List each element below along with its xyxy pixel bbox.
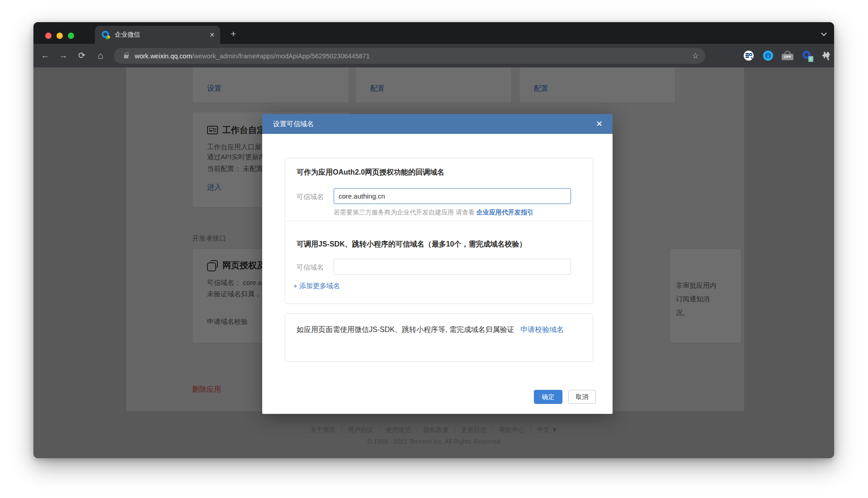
dialog-close-icon[interactable]: ✕ <box>596 119 603 129</box>
extension-off-icon[interactable]: OFF <box>783 51 793 61</box>
third-party-help: 若需要第三方服务商为企业代开发自建应用 请查看 企业应用代开发指引 <box>334 209 533 217</box>
titlebar: 企业微信 ✕ + <box>33 22 834 44</box>
browser-menu-icon[interactable] <box>827 51 830 61</box>
section-divider <box>285 221 593 221</box>
trusted-domain-label-1: 可信域名 <box>297 193 324 201</box>
extension-download-icon[interactable]: ↓ <box>763 51 773 61</box>
domain-settings-box: 可作为应用OAuth2.0网页授权功能的回调域名 可信域名 若需要第三方服务商为… <box>285 158 593 304</box>
cancel-button[interactable]: 取消 <box>568 390 596 404</box>
dev-guide-link[interactable]: 企业应用代开发指引 <box>476 209 533 216</box>
extension-search-icon[interactable] <box>744 51 754 61</box>
new-tab-button[interactable]: + <box>231 28 236 39</box>
oauth-domain-input[interactable] <box>334 188 571 204</box>
dialog-header: 设置可信域名 ✕ <box>262 114 613 134</box>
url-text[interactable]: work.weixin.qq.com/wework_admin/frame#ap… <box>135 52 370 60</box>
back-button[interactable]: ← <box>39 49 52 62</box>
trusted-domain-label-2: 可信域名 <box>297 263 324 272</box>
jssdk-domain-heading: 可调用JS-SDK、跳转小程序的可信域名（最多10个，需完成域名校验） <box>297 240 526 249</box>
lock-icon[interactable] <box>124 55 128 58</box>
dialog-title: 设置可信域名 <box>273 120 314 128</box>
browser-window: 企业微信 ✕ + ← → ⟳ ⌂ work.weixin.qq.com/wewo… <box>33 22 834 458</box>
tab-close-icon[interactable]: ✕ <box>209 31 215 38</box>
off-badge: OFF <box>782 54 793 60</box>
apply-verify-link[interactable]: 申请校验域名 <box>520 326 564 333</box>
domain-verify-box: 如应用页面需使用微信JS-SDK、跳转小程序等, 需完成域名归属验证 申请校验域… <box>285 313 593 362</box>
verify-notice-text: 如应用页面需使用微信JS-SDK、跳转小程序等, 需完成域名归属验证 申请校验域… <box>297 323 581 336</box>
page-content: 效果 设置 配置 配置 工作台自定 工作台应用入口展 通过API实时更新内 当前… <box>33 67 834 458</box>
minimize-window-button[interactable] <box>57 33 63 39</box>
bookmark-star-icon[interactable]: ☆ <box>692 51 699 61</box>
wecom-favicon-icon <box>101 30 110 39</box>
url-path: /wework_admin/frame#apps/modApiApp/56295… <box>192 52 370 60</box>
browser-tab[interactable]: 企业微信 ✕ <box>95 26 220 44</box>
extension-ring-icon[interactable]: ! <box>802 51 812 61</box>
home-button[interactable]: ⌂ <box>94 49 107 62</box>
tab-title: 企业微信 <box>115 31 209 39</box>
oauth-callback-heading: 可作为应用OAuth2.0网页授权功能的回调域名 <box>297 168 444 177</box>
confirm-button[interactable]: 确定 <box>534 390 562 404</box>
maximize-window-button[interactable] <box>68 33 74 39</box>
address-bar[interactable]: work.weixin.qq.com/wework_admin/frame#ap… <box>114 48 705 64</box>
forward-button[interactable]: → <box>57 49 70 62</box>
jssdk-domain-input[interactable] <box>334 259 571 275</box>
toolbar: ← → ⟳ ⌂ work.weixin.qq.com/wework_admin/… <box>33 44 834 67</box>
add-more-domains-link[interactable]: + 添加更多域名 <box>293 282 340 290</box>
reload-button[interactable]: ⟳ <box>75 49 88 62</box>
trusted-domain-dialog: 设置可信域名 ✕ 可作为应用OAuth2.0网页授权功能的回调域名 可信域名 若… <box>262 114 613 414</box>
warning-badge: ! <box>808 56 813 62</box>
url-domain: work.weixin.qq.com <box>135 52 192 60</box>
close-window-button[interactable] <box>45 33 52 39</box>
tab-search-chevron-icon[interactable] <box>821 30 827 36</box>
